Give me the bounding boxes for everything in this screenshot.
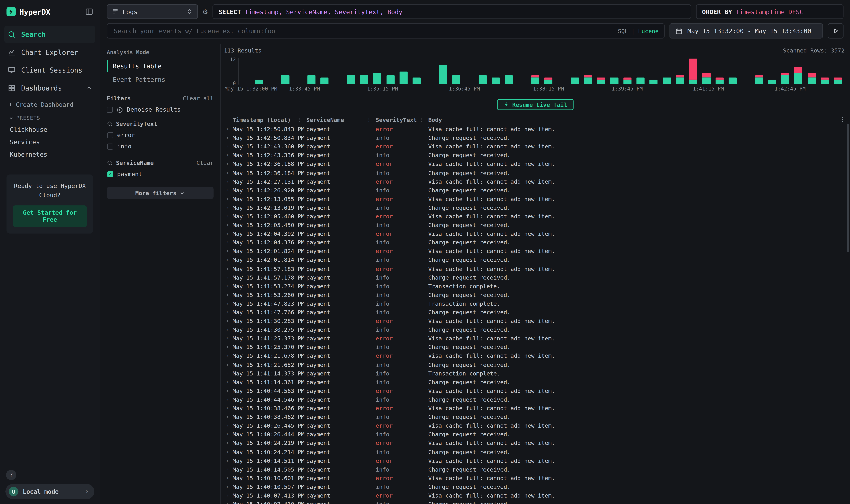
- help-button[interactable]: ?: [6, 470, 16, 480]
- sidebar-item-client-sessions[interactable]: Client Sessions: [4, 62, 95, 78]
- chart-bar[interactable]: [726, 59, 739, 84]
- mode-results-table[interactable]: Results Table: [107, 60, 214, 72]
- column-drag-handle[interactable]: ⋮: [297, 117, 302, 122]
- row-expand-icon[interactable]: ›: [224, 231, 233, 236]
- resume-live-tail-button[interactable]: Resume Live Tail: [497, 99, 574, 110]
- row-expand-icon[interactable]: ›: [224, 309, 233, 315]
- chart-bar[interactable]: [318, 59, 331, 84]
- row-expand-icon[interactable]: ›: [224, 362, 233, 367]
- chart-bar[interactable]: [344, 59, 358, 84]
- table-row[interactable]: ›May 15 1:42:13.019 PMpaymentinfoCharge …: [224, 203, 850, 212]
- table-row[interactable]: ›May 15 1:40:14.511 PMpaymenterrorVisa c…: [224, 456, 850, 465]
- table-row[interactable]: ›May 15 1:42:05.450 PMpaymentinfoCharge …: [224, 221, 850, 229]
- chart-bar[interactable]: [752, 59, 765, 84]
- table-row[interactable]: ›May 15 1:40:07.410 PMpaymentinfoCharge …: [224, 500, 850, 504]
- chart-bar[interactable]: [410, 59, 423, 84]
- chart-bar[interactable]: [305, 59, 318, 84]
- checkbox-checked[interactable]: [107, 171, 113, 177]
- local-mode-button[interactable]: U Local mode ›: [5, 484, 94, 499]
- chart-bar[interactable]: [608, 59, 621, 84]
- table-row[interactable]: ›May 15 1:40:26.445 PMpaymenterrorVisa c…: [224, 421, 850, 430]
- chart-bar[interactable]: [779, 59, 792, 84]
- table-row[interactable]: ›May 15 1:41:21.652 PMpaymentinfoCharge …: [224, 360, 850, 369]
- table-row[interactable]: ›May 15 1:40:24.214 PMpaymentinfoCharge …: [224, 447, 850, 456]
- row-expand-icon[interactable]: ›: [224, 440, 233, 446]
- scrollbar-thumb[interactable]: [847, 124, 849, 252]
- chart-bar[interactable]: [831, 59, 845, 84]
- table-row[interactable]: ›May 15 1:41:21.678 PMpaymenterrorVisa c…: [224, 352, 850, 360]
- chart-bar[interactable]: [818, 59, 831, 84]
- table-row[interactable]: ›May 15 1:42:01.824 PMpaymenterrorVisa c…: [224, 247, 850, 255]
- chart-bar[interactable]: [502, 59, 516, 84]
- table-row[interactable]: ›May 15 1:41:47.766 PMpaymentinfoCharge …: [224, 308, 850, 317]
- table-row[interactable]: ›May 15 1:42:01.814 PMpaymentinfoCharge …: [224, 255, 850, 264]
- table-row[interactable]: ›May 15 1:41:14.361 PMpaymentinfoCharge …: [224, 378, 850, 386]
- chart-bar[interactable]: [358, 59, 370, 84]
- preset-kubernetes[interactable]: Kubernetes: [9, 148, 93, 160]
- table-row[interactable]: ›May 15 1:42:43.360 PMpaymenterrorVisa c…: [224, 142, 850, 151]
- checkbox[interactable]: [107, 132, 113, 138]
- chart-bar[interactable]: [568, 59, 581, 84]
- chart-bar[interactable]: [489, 59, 502, 84]
- row-expand-icon[interactable]: ›: [224, 493, 233, 498]
- presets-toggle[interactable]: PRESETS: [9, 111, 93, 123]
- row-expand-icon[interactable]: ›: [224, 257, 233, 263]
- row-expand-icon[interactable]: ›: [224, 266, 233, 271]
- checkbox[interactable]: [107, 107, 113, 113]
- table-row[interactable]: ›May 15 1:41:53.260 PMpaymentinfoCharge …: [224, 290, 850, 299]
- table-row[interactable]: ›May 15 1:42:36.188 PMpaymenterrorVisa c…: [224, 160, 850, 168]
- filter-option-info[interactable]: info: [107, 141, 214, 152]
- mode-event-patterns[interactable]: Event Patterns: [107, 74, 214, 86]
- row-expand-icon[interactable]: ›: [224, 371, 233, 376]
- table-row[interactable]: ›May 15 1:41:30.275 PMpaymentinfoCharge …: [224, 325, 850, 334]
- chart-bar[interactable]: [278, 59, 292, 84]
- chart-bar[interactable]: [239, 59, 252, 84]
- chart-bar[interactable]: [266, 59, 278, 84]
- chart-bar[interactable]: [595, 59, 608, 84]
- chart-bar[interactable]: [450, 59, 463, 84]
- hyperdx-logo[interactable]: HyperDX: [6, 7, 50, 16]
- row-expand-icon[interactable]: ›: [224, 423, 233, 428]
- column-drag-handle[interactable]: ⋮: [419, 117, 424, 122]
- filter-option-error[interactable]: error: [107, 130, 214, 141]
- table-row[interactable]: ›May 15 1:42:26.920 PMpaymentinfoCharge …: [224, 186, 850, 195]
- table-row[interactable]: ›May 15 1:42:13.055 PMpaymenterrorVisa c…: [224, 195, 850, 203]
- select-clause-input[interactable]: SELECT Timestamp, ServiceName, SeverityT…: [213, 4, 691, 19]
- chart-bar[interactable]: [292, 59, 305, 84]
- row-expand-icon[interactable]: ›: [224, 240, 233, 245]
- table-row[interactable]: ›May 15 1:40:26.444 PMpaymentinfoCharge …: [224, 430, 850, 438]
- table-row[interactable]: ›May 15 1:40:44.563 PMpaymenterrorVisa c…: [224, 386, 850, 395]
- orderby-clause-input[interactable]: ORDER BY TimestampTime DESC: [696, 4, 843, 19]
- denoise-results-checkbox[interactable]: Denoise Results: [107, 106, 214, 113]
- row-expand-icon[interactable]: ›: [224, 170, 233, 175]
- chart-bar[interactable]: [739, 59, 752, 84]
- table-row[interactable]: ›May 15 1:42:36.184 PMpaymentinfoCharge …: [224, 168, 850, 177]
- get-started-button[interactable]: Get Started for Free: [13, 205, 87, 227]
- row-expand-icon[interactable]: ›: [224, 406, 233, 411]
- table-row[interactable]: ›May 15 1:42:43.336 PMpaymentinfoCharge …: [224, 151, 850, 160]
- chart-bar[interactable]: [581, 59, 594, 84]
- row-expand-icon[interactable]: ›: [224, 152, 233, 158]
- row-expand-icon[interactable]: ›: [224, 301, 233, 306]
- chart-bar[interactable]: [792, 59, 805, 84]
- column-drag-handle[interactable]: ⋮: [366, 117, 371, 122]
- table-row[interactable]: ›May 15 1:41:57.183 PMpaymenterrorVisa c…: [224, 264, 850, 273]
- table-row[interactable]: ›May 15 1:42:50.834 PMpaymentinfoCharge …: [224, 133, 850, 142]
- row-expand-icon[interactable]: ›: [224, 135, 233, 140]
- row-expand-icon[interactable]: ›: [224, 467, 233, 472]
- table-row[interactable]: ›May 15 1:41:14.373 PMpaymentinfoTransac…: [224, 369, 850, 378]
- table-row[interactable]: ›May 15 1:42:27.131 PMpaymenterrorVisa c…: [224, 177, 850, 186]
- sidebar-item-chart-explorer[interactable]: Chart Explorer: [4, 44, 95, 61]
- chart-bar[interactable]: [463, 59, 476, 84]
- chart-bar[interactable]: [423, 59, 436, 84]
- lang-sql-toggle[interactable]: SQL: [618, 28, 628, 34]
- row-expand-icon[interactable]: ›: [224, 179, 233, 184]
- run-query-button[interactable]: [828, 23, 844, 38]
- collapse-sidebar-icon[interactable]: [85, 8, 93, 16]
- row-expand-icon[interactable]: ›: [224, 196, 233, 201]
- table-row[interactable]: ›May 15 1:40:24.219 PMpaymenterrorVisa c…: [224, 438, 850, 447]
- table-row[interactable]: ›May 15 1:40:38.466 PMpaymenterrorVisa c…: [224, 404, 850, 412]
- filter-option-payment[interactable]: payment: [107, 168, 214, 180]
- column-header-servicename[interactable]: ServiceName ⋮: [306, 116, 376, 123]
- chart-bar[interactable]: [687, 59, 700, 84]
